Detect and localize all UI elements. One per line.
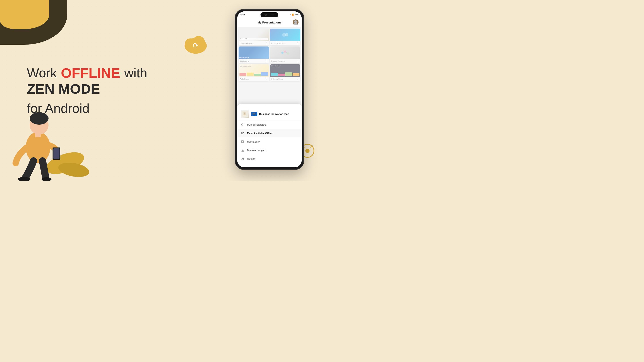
card-title-6: Software Dev... (272, 78, 296, 80)
presentation-card: Software Dev Growth Software Dev... (270, 64, 300, 81)
sheet-handle (266, 106, 274, 106)
signal-icon: ▪▪ (290, 14, 291, 16)
offline-label: Make Available Offline (247, 132, 273, 134)
svg-rect-19 (285, 33, 288, 36)
offline-text: OFFLINE (61, 65, 120, 81)
presentation-card: Social media Plan Diffidence to (238, 46, 269, 63)
menu-item-copy[interactable]: Make a copy (237, 137, 302, 146)
menu-item-download[interactable]: Download as .pptx (237, 146, 302, 154)
svg-point-17 (294, 23, 298, 25)
presentation-card: Process Animati... (270, 46, 300, 63)
bg-shape-yellow (0, 0, 49, 29)
card-more-2[interactable] (296, 42, 299, 44)
card-more-4[interactable] (296, 60, 299, 62)
sheet-header: Business Innovation Plan (237, 108, 302, 120)
menu-item-invite[interactable]: Invite collaborators (237, 120, 302, 129)
svg-rect-11 (35, 131, 41, 137)
download-icon (241, 148, 244, 152)
menu-item-offline[interactable]: Make Available Offline (237, 129, 302, 137)
rename-label: Rename (247, 158, 256, 160)
app-title: My Presentations (258, 21, 282, 24)
battery-icon: 44% (295, 14, 298, 16)
user-avatar[interactable] (293, 19, 298, 25)
presentation-card: Essential tips for... (270, 28, 300, 45)
phone-screen: 4:49 ▪▪ 📶 44% My Presentations Financial… (237, 11, 302, 167)
work-text: Work (27, 66, 57, 81)
invite-icon (241, 123, 244, 126)
svg-rect-36 (242, 141, 244, 143)
app-header: My Presentations (237, 18, 302, 27)
invite-label: Invite collaborators (247, 124, 266, 126)
card-more-1[interactable] (265, 42, 268, 44)
presentation-card: Financial Plan Business Innova... (238, 28, 269, 45)
svg-rect-37 (242, 141, 244, 143)
wifi-icon: 📶 (292, 14, 294, 16)
svg-rect-25 (244, 112, 246, 115)
svg-rect-28 (244, 114, 245, 114)
svg-rect-31 (252, 115, 256, 115)
svg-point-35 (241, 132, 244, 134)
card-title-1: Business Innova... (240, 42, 265, 44)
zen-mode-text: ZEN MODE (27, 81, 100, 97)
svg-point-18 (282, 33, 286, 37)
svg-rect-29 (252, 113, 256, 113)
card-more-6[interactable] (296, 77, 299, 80)
offline-icon (241, 131, 244, 135)
copy-label: Make a copy (247, 141, 260, 143)
card-title-5: Agile Corp... (240, 78, 265, 80)
card-title-2: Essential tips for... (272, 42, 296, 44)
card-more-5[interactable] (265, 77, 268, 80)
presentation-card: Agile Corporate Growth Agile Corp... (238, 64, 269, 81)
sheet-file-title: Business Innovation Plan (259, 113, 289, 115)
svg-text:⟳: ⟳ (193, 41, 198, 49)
sheet-thumbnail (241, 110, 249, 118)
with-text: with (124, 66, 147, 81)
card-title-3: Diffidence to (240, 60, 265, 62)
rename-icon: AI (241, 157, 244, 160)
menu-item-rename[interactable]: AI Rename (237, 154, 302, 163)
bottom-sheet: Business Innovation Plan Invite collabor… (237, 104, 302, 167)
phone-mockup: 4:49 ▪▪ 📶 44% My Presentations Financial… (235, 9, 304, 170)
copy-icon (241, 140, 244, 143)
status-icons: ▪▪ 📶 44% (290, 14, 298, 16)
card-more-3[interactable] (265, 60, 268, 62)
headline-line1: Work OFFLINE with (27, 65, 161, 81)
cloud-sync-icon: ⟳ (183, 33, 208, 54)
svg-rect-13 (54, 148, 60, 159)
svg-text:AI: AI (241, 158, 244, 160)
download-label: Download as .pptx (247, 149, 266, 151)
person-illustration (7, 96, 69, 181)
svg-point-32 (242, 124, 243, 125)
status-time: 4:49 (240, 13, 245, 16)
svg-point-5 (306, 149, 310, 153)
svg-point-10 (30, 112, 48, 125)
svg-point-16 (294, 20, 297, 23)
card-title-4: Process Animati... (272, 60, 296, 62)
svg-rect-27 (244, 113, 245, 114)
svg-rect-30 (252, 114, 255, 114)
